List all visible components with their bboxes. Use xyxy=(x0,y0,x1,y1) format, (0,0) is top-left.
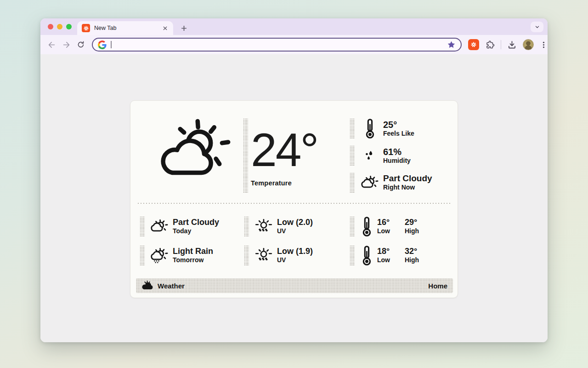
forward-button[interactable] xyxy=(60,38,73,51)
minimize-window-button[interactable] xyxy=(57,24,62,29)
uv-today: Low (2.0) UV xyxy=(244,215,313,238)
desktop: New Tab xyxy=(0,0,588,368)
profile-avatar[interactable] xyxy=(523,39,534,50)
halftone-divider xyxy=(140,216,145,236)
browser-menu-button[interactable] xyxy=(540,41,548,49)
uv-sun-icon xyxy=(255,218,272,234)
thermometer-icon xyxy=(361,118,379,138)
bookmark-star-icon[interactable] xyxy=(447,40,456,49)
uv-today-value: Low (2.0) xyxy=(277,218,313,227)
toolbar xyxy=(40,35,548,54)
uv-today-label: UV xyxy=(277,227,313,235)
puzzle-icon xyxy=(485,40,495,50)
feels-like-label: Feels Like xyxy=(383,130,414,138)
text-cursor xyxy=(111,41,112,48)
halftone-divider xyxy=(140,245,145,265)
halftone-divider xyxy=(350,145,355,166)
range-tomorrow: 18° Low 32° High xyxy=(350,244,419,267)
cloud-sun-filled-icon xyxy=(141,281,154,291)
halftone-divider xyxy=(350,245,355,265)
halftone-divider xyxy=(244,216,249,236)
arrow-left-icon xyxy=(47,40,56,49)
part-cloudy-icon xyxy=(151,218,168,234)
google-logo-icon xyxy=(98,40,107,49)
weather-card: 24° Temperature 25° xyxy=(130,100,458,298)
tab-new-tab[interactable]: New Tab xyxy=(77,21,173,35)
close-icon xyxy=(163,26,167,30)
close-window-button[interactable] xyxy=(48,24,53,29)
thermometer-icon xyxy=(361,245,373,265)
tomorrow-label: Tomorrow xyxy=(173,256,213,264)
stat-row-feels-like: 25° Feels Like xyxy=(350,118,414,139)
temperature-value: 24° xyxy=(251,126,317,173)
today-low-label: Low xyxy=(377,227,390,235)
tomorrow-value: Light Rain xyxy=(173,247,213,256)
stat-row-humidity: 61% Humidity xyxy=(350,145,411,166)
uv-tomorrow-value: Low (1.9) xyxy=(277,247,313,256)
today-high-label: High xyxy=(405,227,419,235)
new-tab-page: 24° Temperature 25° xyxy=(40,54,548,342)
halftone-divider xyxy=(350,216,355,236)
stat-row-right-now: Part Cloudy Right Now xyxy=(350,172,432,193)
humidity-label: Humidity xyxy=(383,157,411,165)
tomorrow-high-value: 32° xyxy=(405,247,419,256)
halftone-divider xyxy=(243,118,248,193)
humidity-drops-icon xyxy=(361,150,379,161)
today-high-value: 29° xyxy=(405,218,419,227)
kebab-menu-icon xyxy=(540,41,548,49)
right-now-label: Right Now xyxy=(383,184,432,191)
halftone-divider xyxy=(350,118,355,138)
forecast-tomorrow: Light Rain Tomorrow xyxy=(140,244,213,267)
new-tab-button[interactable] xyxy=(178,23,189,34)
halftone-divider xyxy=(350,172,355,193)
tab-title: New Tab xyxy=(94,25,161,31)
light-rain-icon xyxy=(151,247,168,264)
gear-icon xyxy=(470,41,477,48)
feels-like-value: 25° xyxy=(383,120,414,130)
extensions-button[interactable] xyxy=(485,40,495,50)
maximize-window-button[interactable] xyxy=(66,24,72,29)
toolbar-actions xyxy=(468,39,548,50)
tomorrow-high-label: High xyxy=(405,256,419,264)
today-value: Part Cloudy xyxy=(173,218,219,227)
tab-favicon-gear-icon xyxy=(82,24,90,32)
extension-shortcut-button[interactable] xyxy=(468,39,479,50)
arrow-right-icon xyxy=(62,40,71,49)
uv-tomorrow: Low (1.9) UV xyxy=(244,244,313,267)
uv-tomorrow-label: UV xyxy=(277,256,313,264)
download-icon xyxy=(507,40,517,50)
titlebar: New Tab xyxy=(40,18,548,35)
temperature-label: Temperature xyxy=(251,179,317,187)
halftone-divider xyxy=(244,245,249,265)
browser-window: New Tab xyxy=(40,18,548,342)
footer-home-link[interactable]: Home xyxy=(428,282,447,290)
card-footer-bar: Weather Home xyxy=(136,278,453,293)
tab-search-chevron-button[interactable] xyxy=(531,22,543,32)
plus-icon xyxy=(181,25,187,31)
range-today: 16° Low 29° High xyxy=(350,215,419,238)
chevron-down-icon xyxy=(534,24,540,30)
reload-icon xyxy=(77,40,85,49)
url-input[interactable] xyxy=(92,38,462,52)
tomorrow-low-label: Low xyxy=(377,256,390,264)
right-now-value: Part Cloudy xyxy=(383,174,432,184)
thermometer-icon xyxy=(361,216,373,236)
current-weather-part-cloudy-icon xyxy=(156,116,243,186)
temperature-block: 24° Temperature xyxy=(251,126,317,187)
part-cloudy-icon xyxy=(361,175,379,190)
section-divider xyxy=(138,203,450,204)
forecast-today: Part Cloudy Today xyxy=(140,215,219,238)
reload-button[interactable] xyxy=(74,38,87,51)
tomorrow-low-value: 18° xyxy=(377,247,390,256)
footer-title: Weather xyxy=(158,282,185,290)
window-controls xyxy=(48,24,72,29)
toolbar-divider xyxy=(501,40,501,49)
humidity-value: 61% xyxy=(383,147,411,157)
back-button[interactable] xyxy=(45,38,58,51)
downloads-button[interactable] xyxy=(507,40,517,50)
today-low-value: 16° xyxy=(377,218,390,227)
tab-close-button[interactable] xyxy=(161,24,169,32)
today-label: Today xyxy=(173,227,219,235)
uv-sun-icon xyxy=(255,247,272,263)
